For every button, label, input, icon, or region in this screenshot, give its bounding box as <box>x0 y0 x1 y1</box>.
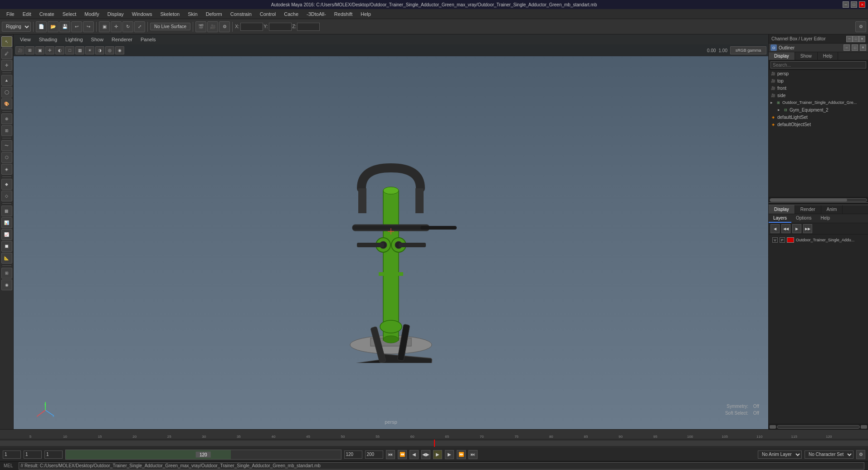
poly-tool-btn[interactable]: ⬡ <box>1 152 12 163</box>
sculpt-btn[interactable]: ▲ <box>1 75 12 86</box>
hscroll-thumb[interactable] <box>770 199 847 201</box>
layer-visibility[interactable]: V <box>772 237 778 243</box>
goto-start-btn[interactable]: ⏮ <box>386 450 395 459</box>
vp-ao-btn[interactable]: ◎ <box>105 46 114 54</box>
cb-render-tab[interactable]: Render <box>795 205 821 214</box>
vp-cam-btn[interactable]: 🎥 <box>15 46 24 54</box>
goto-end-btn[interactable]: ⏭ <box>468 450 478 459</box>
range-start-input[interactable] <box>3 450 21 459</box>
save-file-button[interactable]: 💾 <box>59 21 70 32</box>
lasso-btn[interactable]: ◯ <box>1 87 12 98</box>
vp-film-btn[interactable]: ▣ <box>35 46 44 54</box>
menu-constrain[interactable]: Constrain <box>227 10 255 18</box>
outliner-restore-btn[interactable]: □ <box>852 44 858 51</box>
char-set-dropdown[interactable]: No Character Set <box>805 450 853 459</box>
next-key-btn[interactable]: ▶ <box>445 450 454 459</box>
vp-menu-shading[interactable]: Shading <box>35 36 61 43</box>
tree-item-front[interactable]: 🎥 front <box>769 84 868 92</box>
timeline-ruler[interactable]: 5 10 15 20 25 30 35 40 45 50 55 60 65 70… <box>0 430 868 439</box>
menu-modify[interactable]: Modify <box>81 10 102 18</box>
channel-restore-btn[interactable]: □ <box>853 36 859 42</box>
group2-btn[interactable]: 📊 <box>1 217 12 228</box>
mode-dropdown[interactable]: Rigging <box>2 22 31 32</box>
group5-btn[interactable]: 📐 <box>1 253 12 264</box>
menu-deform[interactable]: Deform <box>202 10 226 18</box>
viewport[interactable]: View Shading Lighting Show Renderer Pane… <box>14 34 768 429</box>
outliner-help-tab[interactable]: Help <box>818 52 839 60</box>
move-tool[interactable]: ✛ <box>111 21 122 32</box>
outliner-minimize-btn[interactable]: ─ <box>844 44 850 51</box>
tree-item-gym-eq[interactable]: ▸ ⊟ Gym_Equipment_2 <box>769 106 868 113</box>
group3-btn[interactable]: 📈 <box>1 229 12 240</box>
channel-minimize-btn[interactable]: ─ <box>846 36 853 42</box>
custom1-btn[interactable]: ⊞ <box>1 268 12 279</box>
vp-texture-btn[interactable]: ▦ <box>75 46 84 54</box>
cb-help-tab[interactable]: Help <box>816 214 834 223</box>
cb-scroll-right[interactable] <box>861 425 867 429</box>
tree-item-top[interactable]: 🎥 top <box>769 77 868 84</box>
select-tool[interactable]: ▣ <box>99 21 110 32</box>
x-input[interactable] <box>240 23 263 31</box>
menu-skin[interactable]: Skin <box>184 10 201 18</box>
tree-item-persp[interactable]: 🎥 persp <box>769 70 868 77</box>
vp-dof-btn[interactable]: ◉ <box>115 46 124 54</box>
undo-button[interactable]: ↩ <box>71 21 82 32</box>
render-button[interactable]: 🎬 <box>195 21 206 32</box>
play-btn[interactable]: ▶ <box>433 450 442 459</box>
vp-snap-btn[interactable]: ✛ <box>45 46 54 54</box>
outliner-search-input[interactable] <box>770 61 866 69</box>
cb-display-tab[interactable]: Display <box>769 205 795 214</box>
menu-file[interactable]: File <box>3 10 18 18</box>
timeline-cursor[interactable] <box>434 440 435 447</box>
layer-prev-btn[interactable]: ◀◀ <box>781 224 790 233</box>
outliner-show-tab[interactable]: Show <box>795 52 818 60</box>
select-tool-btn[interactable]: ↖ <box>1 36 12 47</box>
vp-shadow-btn[interactable]: ◑ <box>95 46 104 54</box>
move-tool-btn[interactable]: ✛ <box>1 60 12 71</box>
outliner-hscrollbar[interactable] <box>769 197 868 202</box>
paint-btn[interactable]: 🖊 <box>1 48 12 59</box>
group1-btn[interactable]: ▦ <box>1 206 12 216</box>
scale-tool[interactable]: ⤢ <box>134 21 145 32</box>
next-frame-btn[interactable]: ⏩ <box>457 450 466 459</box>
layer-next-btn[interactable]: ▶ <box>792 224 801 233</box>
vp-light-btn[interactable]: ☀ <box>85 46 94 54</box>
curve-tool-btn[interactable]: 〜 <box>1 140 12 151</box>
custom2-btn[interactable]: ◉ <box>1 279 12 290</box>
skin-btn[interactable]: ◇ <box>1 191 12 201</box>
menu-select[interactable]: Select <box>59 10 80 18</box>
display-settings-button[interactable]: ⚙ <box>219 21 230 32</box>
cb-anim-tab[interactable]: Anim <box>821 205 843 214</box>
vp-shading-btn[interactable]: ◐ <box>55 46 64 54</box>
paint-select-btn[interactable]: 🎨 <box>1 98 12 109</box>
transform-btn[interactable]: ⊞ <box>1 125 12 136</box>
channel-close-btn[interactable]: ✕ <box>859 36 865 42</box>
joint-tool-btn[interactable]: ◆ <box>1 179 12 190</box>
range-end-input[interactable] <box>344 450 362 459</box>
vp-wire-btn[interactable]: □ <box>65 46 74 54</box>
menu-display[interactable]: Display <box>104 10 127 18</box>
anim-settings-btn[interactable]: ⚙ <box>856 450 865 459</box>
vp-menu-renderer[interactable]: Renderer <box>108 36 136 43</box>
ipr-render-button[interactable]: 🎥 <box>207 21 218 32</box>
new-file-button[interactable]: 📄 <box>36 21 47 32</box>
y-input[interactable] <box>269 23 292 31</box>
menu-help[interactable]: Help <box>357 10 375 18</box>
menu-redshift[interactable]: Redshift <box>331 10 356 18</box>
cb-hscrollbar[interactable] <box>769 424 868 429</box>
rotate-tool[interactable]: ↻ <box>122 21 133 32</box>
menu-create[interactable]: Create <box>36 10 58 18</box>
status-input[interactable] <box>19 462 864 470</box>
cb-layers-tab[interactable]: Layers <box>769 214 791 223</box>
prev-key-btn[interactable]: ◀ <box>410 450 419 459</box>
menu-windows[interactable]: Windows <box>128 10 156 18</box>
outliner-close-btn[interactable]: ✕ <box>860 44 866 51</box>
layer-add-btn[interactable]: ◀ <box>770 224 780 233</box>
play-back-btn[interactable]: ◀▶ <box>421 450 430 459</box>
menu-control[interactable]: Control <box>256 10 279 18</box>
menu-cache[interactable]: Cache <box>280 10 302 18</box>
tree-item-obj-set[interactable]: ◈ defaultObjectSet <box>769 121 868 128</box>
frame-sub-input[interactable] <box>44 450 63 459</box>
cb-scroll-left[interactable] <box>770 425 776 429</box>
gamma-selector[interactable]: sRGB gamma <box>730 46 766 54</box>
